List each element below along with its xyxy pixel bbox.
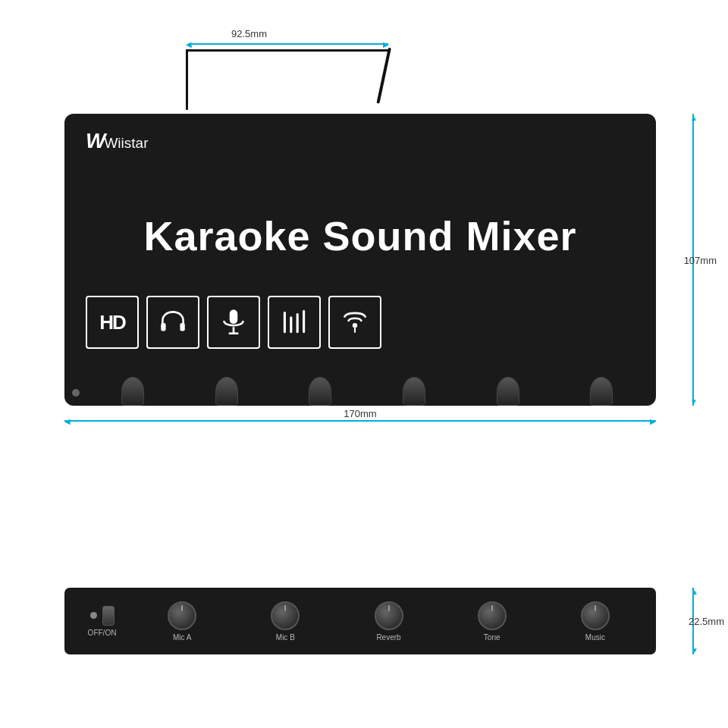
- mic-b-section: Mic B: [234, 601, 337, 642]
- dim-107mm-top-arrow: ▲: [690, 114, 698, 122]
- device-knobs-row: [64, 377, 656, 406]
- dim-170mm-left-arrow: ◀: [64, 417, 71, 425]
- power-label: OFF/ON: [88, 629, 117, 637]
- dim-170mm-line: [64, 420, 656, 422]
- dim-170mm-label: 170mm: [344, 408, 376, 419]
- wireless-icon-box: [328, 296, 381, 349]
- mic-b-knob: [271, 601, 300, 630]
- brand-name: Wiistar: [104, 135, 148, 152]
- mic-a-label: Mic A: [173, 633, 191, 642]
- brand-w-letter: W: [86, 129, 105, 153]
- tone-knob: [478, 601, 507, 630]
- panel-device-body: OFF/ON Mic A Mic B Reve: [64, 588, 656, 654]
- dim-92mm-left-arrow: ◀: [186, 40, 192, 49]
- music-knob: [581, 601, 610, 630]
- dim-170mm-area: ◀ ▶ 170mm: [64, 410, 656, 431]
- wireless-icon: [339, 306, 371, 338]
- reverb-section: Reverb: [337, 601, 440, 642]
- knob-4-wrap: [367, 377, 461, 406]
- dim-92mm-label: 92.5mm: [231, 28, 267, 39]
- equalizer-icon: [278, 306, 310, 338]
- feature-icons-row: HD: [86, 296, 381, 349]
- mic-b-label: Mic B: [276, 633, 295, 642]
- knob-3-wrap: [273, 377, 367, 406]
- dim-22mm-label: 22.5mm: [689, 616, 724, 627]
- reverb-knob: [375, 601, 403, 630]
- mic-a-knob: [168, 601, 196, 630]
- product-title: Karaoke Sound Mixer: [64, 212, 656, 259]
- svg-rect-2: [230, 309, 238, 324]
- knob-1: [121, 377, 144, 406]
- svg-rect-1: [180, 323, 184, 331]
- reverb-label: Reverb: [376, 633, 400, 642]
- antenna-rod: [376, 48, 391, 104]
- dim-92mm-right-arrow: ▶: [383, 40, 389, 49]
- top-device-section: ◀ ▶ 92.5mm W Wiistar Karaoke Sound Mixer…: [64, 42, 686, 431]
- hd-text: HD: [99, 311, 125, 334]
- knob-6: [590, 377, 613, 406]
- main-device-body: W Wiistar Karaoke Sound Mixer HD: [64, 114, 656, 406]
- knob-6-wrap: [554, 377, 648, 406]
- tone-label: Tone: [484, 633, 500, 642]
- knob-2: [215, 377, 238, 406]
- svg-rect-0: [161, 323, 165, 331]
- product-page: ◀ ▶ 92.5mm W Wiistar Karaoke Sound Mixer…: [0, 0, 728, 728]
- brand-logo: W Wiistar: [86, 129, 149, 153]
- antenna-dimension-area: ◀ ▶ 92.5mm: [64, 42, 686, 114]
- dim-22mm-bottom-tick: ▼: [691, 646, 698, 654]
- headphone-icon-box: [146, 296, 199, 349]
- music-label: Music: [585, 633, 605, 642]
- antenna-base: [186, 49, 188, 110]
- power-section: OFF/ON: [74, 606, 130, 637]
- hd-icon-box: HD: [86, 296, 139, 349]
- power-controls: [90, 606, 115, 626]
- music-section: Music: [544, 601, 647, 642]
- svg-point-9: [353, 323, 357, 328]
- knob-2-wrap: [180, 377, 274, 406]
- knob-5: [497, 377, 519, 406]
- dim-22mm-top-tick: ▲: [691, 588, 698, 596]
- tone-section: Tone: [441, 601, 544, 642]
- power-led-dot: [90, 612, 97, 619]
- microphone-icon: [218, 306, 249, 338]
- knob-4: [403, 377, 425, 406]
- headphone-icon: [157, 306, 189, 338]
- power-switch-body: [102, 606, 115, 626]
- equalizer-icon-box: [268, 296, 321, 349]
- device-led: [72, 389, 80, 397]
- mic-a-section: Mic A: [130, 601, 234, 642]
- antenna-horizontal: [186, 49, 391, 52]
- microphone-icon-box: [207, 296, 260, 349]
- bottom-panel-section: OFF/ON Mic A Mic B Reve: [64, 588, 686, 654]
- dim-107mm-bottom-arrow: ▼: [690, 397, 698, 406]
- dim-170mm-right-arrow: ▶: [650, 417, 656, 425]
- dim-92mm-line: [188, 43, 388, 45]
- knob-1-wrap: [86, 377, 180, 406]
- knob-5-wrap: [461, 377, 555, 406]
- dim-107mm-label: 107mm: [684, 254, 717, 265]
- knob-3: [309, 377, 331, 406]
